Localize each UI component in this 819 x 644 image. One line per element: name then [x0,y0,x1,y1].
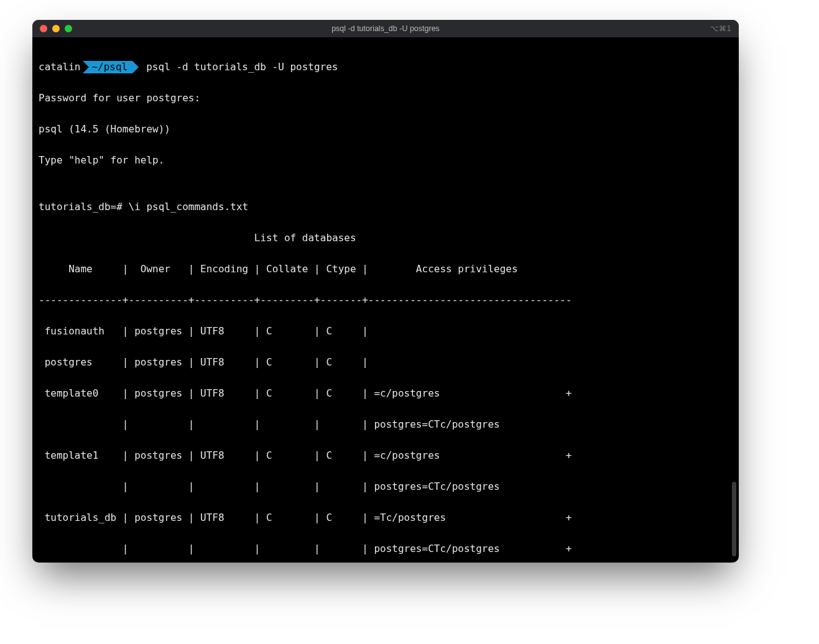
table-row: template1 | postgres | UTF8 | C | C | =c… [39,448,731,463]
table-row: | | | | | postgres=CTc/postgres [39,416,731,432]
table-row: | | | | | postgres=CTc/postgres [39,479,731,494]
traffic-lights [32,25,72,32]
prompt-path: ~/psql [83,61,132,73]
window-shortcut: ⌥⌘1 [710,24,731,33]
output-line: Password for user postgres: [39,90,731,106]
table-rule: --------------+----------+----------+---… [39,292,731,308]
output-line: psql (14.5 (Homebrew)) [39,121,731,137]
scrollbar[interactable] [732,62,736,556]
terminal-window: psql -d tutorials_db -U postgres ⌥⌘1 cat… [32,20,739,563]
table-row: | | | | | postgres=CTc/postgres + [39,541,731,556]
table-header: Name | Owner | Encoding | Collate | Ctyp… [39,261,731,277]
scroll-thumb[interactable] [732,482,736,556]
table-title: List of databases [39,230,731,246]
terminal-body[interactable]: catalin~/psqlpsql -d tutorials_db -U pos… [32,37,739,563]
prompt-user: catalin [39,59,80,75]
close-icon[interactable] [40,25,47,32]
window-title: psql -d tutorials_db -U postgres [32,24,739,33]
table-row: template0 | postgres | UTF8 | C | C | =c… [39,385,731,401]
stage: psql -d tutorials_db -U postgres ⌥⌘1 cat… [0,0,819,644]
zoom-icon[interactable] [65,25,72,32]
prompt-line: catalin~/psqlpsql -d tutorials_db -U pos… [39,59,731,75]
prompt-path-text: ~/psql [83,61,132,73]
minimize-icon[interactable] [52,25,60,32]
prompt-command: psql -d tutorials_db -U postgres [146,59,338,75]
output-line: tutorials_db=# \i psql_commands.txt [39,199,731,214]
output-line: Type "help" for help. [39,152,731,168]
table-row: fusionauth | postgres | UTF8 | C | C | [39,323,731,339]
table-row: postgres | postgres | UTF8 | C | C | [39,354,731,370]
table-row: tutorials_db | postgres | UTF8 | C | C |… [39,510,731,525]
titlebar: psql -d tutorials_db -U postgres ⌥⌘1 [32,20,739,37]
